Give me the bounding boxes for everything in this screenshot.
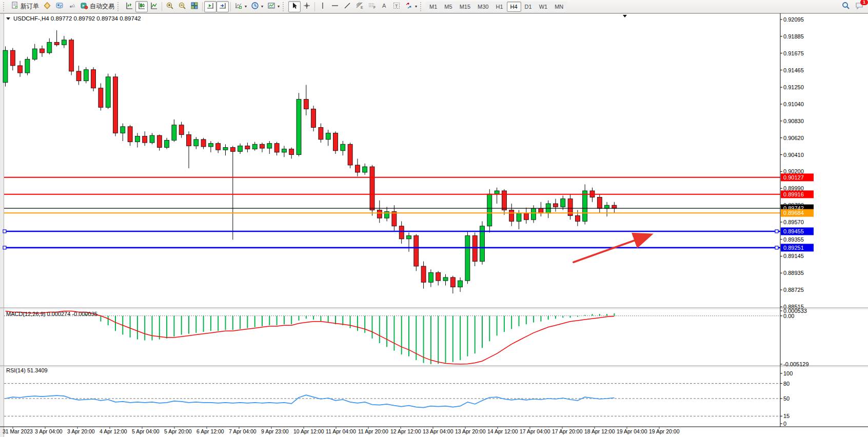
price-tick-label: 0.91465 [783,67,804,73]
candle-body [399,226,404,239]
candle-body [524,213,528,220]
timeframe-button-h1[interactable]: H1 [492,2,506,12]
candle-body [179,125,184,135]
price-label-text: 0.89684 [783,210,804,216]
candle-body [91,70,96,88]
candle-body [62,40,66,45]
timeframe-button-d1[interactable]: D1 [521,2,536,12]
macd-indicator-label: MACD(12,26,9) 0.000274 -0.000035 [6,311,97,317]
timeframe-button-m1[interactable]: M1 [426,2,441,12]
chart-shift-button[interactable] [216,1,229,12]
timeframe-button-mn[interactable]: MN [551,2,567,12]
candle-body [561,199,565,207]
autotrading-button[interactable]: 自动交易 [78,1,116,12]
channels-button[interactable]: F [366,1,378,12]
zoom-in-button[interactable] [164,1,176,12]
channels-icon: F [368,2,376,11]
toolbar-grip[interactable] [420,2,424,11]
gold-badge-button[interactable] [41,1,53,12]
price-label-text: 0.89455 [783,228,804,234]
templates-icon [267,2,275,11]
date-label: 5 Apr 04:00 [132,428,160,434]
candle-body [450,277,455,287]
hline-handle[interactable] [775,230,778,233]
autotrading-label: 自动交易 [90,2,114,11]
macd-axis-label: -0.005129 [783,361,809,367]
candle-body [113,77,118,133]
timeframe-button-m5[interactable]: M5 [441,2,456,12]
date-label: 3 Apr 04:00 [35,428,63,434]
date-label: 31 Mar 2023 [3,428,33,434]
hline-handle[interactable] [3,230,6,233]
tile-windows-button[interactable] [188,1,201,12]
chevron-down-icon: ▾ [415,4,417,9]
toolbar-grip[interactable] [283,2,286,11]
trendline-icon [343,2,351,11]
candle-body [32,49,37,59]
timeframe-button-m15[interactable]: M15 [456,2,474,12]
text-button[interactable]: A [378,1,390,12]
candle-body [135,136,140,142]
candle-body [495,191,499,194]
cursor-button[interactable] [288,1,301,12]
timeframe-button-h4[interactable]: H4 [507,2,521,12]
candle-body [428,273,433,283]
candle-body [25,59,30,73]
toolbar-grip[interactable] [3,2,7,11]
candle-body [274,144,279,152]
crosshair-button[interactable] [301,1,313,12]
arrows-button[interactable]: ▾ [403,1,419,12]
candle-body [289,149,294,155]
auto-scroll-button[interactable] [204,1,216,12]
signals-button[interactable] [66,1,78,12]
signals-icon [68,2,76,11]
new-order-icon [11,2,19,11]
toolbar-separator [162,2,162,11]
candle-body [157,135,162,147]
vertical-line-button[interactable] [317,1,329,12]
line-chart-button[interactable] [148,1,160,12]
notifications-button[interactable]: 1 [853,1,866,12]
notification-badge: 1 [860,0,868,5]
crosshair-icon [303,2,311,11]
candle-body [223,147,228,150]
candle-body [377,210,382,218]
candlestick-chart-button[interactable] [135,1,148,12]
timeframe-button-m30[interactable]: M30 [474,2,492,12]
candle-body [531,208,536,220]
hline-handle[interactable] [775,246,778,249]
horizontal-line-button[interactable] [329,1,341,12]
add-indicator-button[interactable]: ▾ [232,1,249,12]
timeframe-toolbar: M1M5M15M30H1H4D1W1MN [426,2,567,12]
price-tick-label: 0.90830 [783,118,804,124]
bar-chart-button[interactable] [123,1,135,12]
fibonacci-button[interactable]: E [353,1,366,12]
hline-handle[interactable] [3,246,6,249]
zoom-out-button[interactable] [176,1,188,12]
toolbar-grip[interactable] [117,2,121,11]
price-tick-label: 0.91885 [783,33,804,39]
trendline-button[interactable] [341,1,353,12]
text-label-button[interactable]: T [390,1,403,12]
periods-button[interactable]: ▾ [249,1,265,12]
chart-window[interactable]: 0.920950.918850.916750.914650.912500.910… [0,13,868,437]
chart-upload-button[interactable] [53,1,66,12]
candle-body [165,140,169,147]
date-label: 18 Apr 12:00 [584,428,615,434]
search-button[interactable] [839,1,853,12]
price-tick-label: 0.92095 [783,16,804,23]
candle-body [355,165,360,172]
price-tick-label: 0.90410 [783,152,804,158]
templates-button[interactable]: ▾ [265,1,282,12]
chart-canvas[interactable]: 0.920950.918850.916750.914650.912500.910… [0,13,868,437]
time-axis: 31 Mar 20233 Apr 04:003 Apr 20:004 Apr 1… [3,427,680,434]
candle-body [370,167,374,210]
new-order-button[interactable]: 新订单 [9,1,41,12]
candle-body [333,133,338,150]
candle-body [245,146,250,149]
timeframe-button-w1[interactable]: W1 [536,2,551,12]
candle-body [297,100,301,155]
candle-body [3,50,8,83]
candle-body [194,140,199,146]
candle-body [517,213,521,222]
